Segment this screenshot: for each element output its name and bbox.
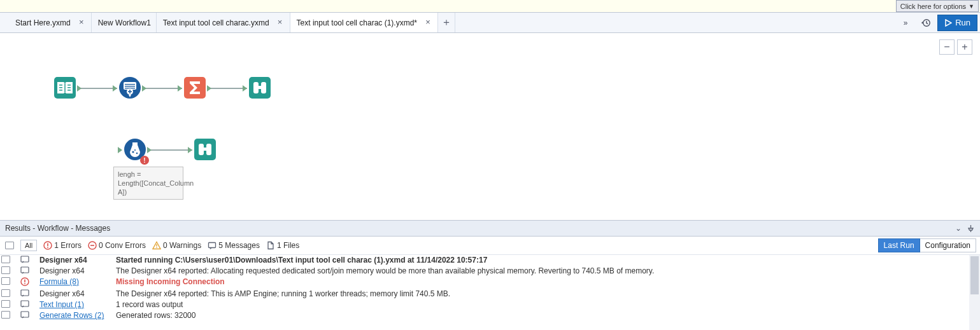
message-source[interactable]: Generate Rows (2): [36, 310, 112, 321]
close-icon[interactable]: ×: [276, 18, 285, 27]
last-run-button[interactable]: Last Run: [878, 238, 920, 252]
filter-label: 0 Conv Errors: [99, 241, 146, 250]
message-source: Designer x64: [36, 289, 112, 299]
browse-tool[interactable]: [248, 76, 271, 99]
message-row[interactable]: Designer x64The Designer x64 reported: T…: [0, 289, 980, 299]
svg-rect-34: [21, 256, 29, 262]
svg-rect-18: [258, 86, 262, 89]
filter-warnings[interactable]: 0 Warnings: [152, 241, 201, 250]
error-icon: [43, 241, 52, 250]
filter-label: 1 Errors: [54, 241, 82, 250]
message-row[interactable]: Text Input (1)1 record was output: [0, 299, 980, 310]
add-tab-button[interactable]: ＋: [438, 13, 455, 32]
svg-rect-2: [59, 85, 62, 86]
run-button[interactable]: Run: [937, 15, 977, 31]
error-badge-icon: !: [140, 156, 149, 165]
close-icon[interactable]: ×: [77, 18, 86, 27]
browse-tool-2[interactable]: [194, 138, 217, 161]
filter-files[interactable]: 1 Files: [266, 241, 299, 250]
filter-label: 0 Warnings: [163, 241, 201, 250]
error-icon: [19, 277, 36, 289]
tab-3[interactable]: Text input tool cell charac (1).yxmd* ×: [290, 13, 438, 32]
svg-rect-39: [21, 290, 29, 296]
filter-label: 1 Files: [277, 241, 299, 250]
row-checkbox[interactable]: [1, 266, 10, 274]
svg-rect-24: [199, 144, 204, 155]
svg-rect-6: [67, 87, 71, 88]
filter-errors[interactable]: 1 Errors: [43, 241, 82, 250]
chevrons-right-icon: »: [904, 18, 908, 27]
svg-rect-29: [47, 247, 48, 248]
chevron-down-icon[interactable]: ⌄: [955, 224, 962, 233]
filter-all-button[interactable]: All: [20, 240, 37, 251]
tab-1[interactable]: New Workflow1: [92, 13, 157, 32]
message-text: 1 record was output: [112, 299, 980, 310]
history-button[interactable]: [917, 15, 935, 31]
warning-icon: [152, 241, 161, 250]
configuration-button[interactable]: Configuration: [920, 238, 976, 252]
message-source: Designer x64: [36, 266, 112, 277]
svg-rect-4: [59, 90, 62, 91]
row-checkbox[interactable]: [1, 311, 10, 319]
zoom-in-button[interactable]: +: [957, 39, 972, 55]
message-row[interactable]: Formula (8)Missing Incoming Connection: [0, 277, 980, 289]
text-input-tool[interactable]: [53, 76, 76, 99]
svg-rect-32: [156, 247, 157, 248]
svg-point-22: [134, 149, 136, 151]
formula-tool[interactable]: !: [124, 138, 146, 161]
row-checkbox[interactable]: [1, 300, 10, 308]
pin-icon[interactable]: [967, 224, 975, 233]
file-icon: [266, 241, 275, 250]
history-icon: [921, 18, 931, 28]
svg-point-21: [136, 153, 138, 155]
message-icon: [19, 310, 36, 321]
svg-rect-7: [67, 90, 71, 91]
workflow-canvas[interactable]: − +: [0, 33, 980, 221]
play-icon: [944, 19, 952, 27]
svg-rect-5: [67, 85, 71, 86]
message-source[interactable]: Text Input (1): [36, 299, 112, 310]
overflow-button[interactable]: »: [897, 15, 914, 31]
select-all-checkbox[interactable]: [5, 242, 14, 249]
tab-label: Text input tool cell charac.yxmd: [163, 18, 269, 27]
message-text: The Designer x64 reported: Allocating re…: [112, 266, 980, 277]
options-dropdown-button[interactable]: Click here for options ▼: [896, 0, 979, 12]
svg-rect-31: [156, 244, 157, 247]
svg-rect-11: [125, 86, 135, 86]
message-text: Missing Incoming Connection: [112, 277, 980, 289]
tab-label: Start Here.yxmd: [15, 18, 71, 27]
filter-conv-errors[interactable]: 0 Conv Errors: [88, 241, 146, 250]
results-filter-bar: All 1 Errors 0 Conv Errors 0 Warnings 5 …: [0, 237, 980, 255]
row-checkbox[interactable]: [1, 256, 10, 263]
message-source: Designer x64: [36, 255, 112, 266]
close-icon[interactable]: ×: [423, 18, 432, 27]
svg-rect-3: [59, 87, 62, 88]
tab-2[interactable]: Text input tool cell charac.yxmd ×: [157, 13, 290, 32]
connection-wire: [208, 88, 247, 89]
svg-rect-10: [125, 84, 135, 85]
svg-rect-25: [206, 144, 211, 155]
row-checkbox[interactable]: [1, 289, 10, 297]
options-label: Click here for options: [900, 3, 966, 10]
summarize-tool[interactable]: [183, 76, 206, 99]
message-icon: [19, 266, 36, 277]
row-checkbox[interactable]: [1, 277, 10, 285]
tab-0[interactable]: Start Here.yxmd ×: [9, 13, 92, 32]
zoom-out-button[interactable]: −: [939, 39, 955, 55]
filter-messages[interactable]: 5 Messages: [208, 241, 260, 250]
message-row[interactable]: Designer x64The Designer x64 reported: A…: [0, 266, 980, 277]
messages-scrollbar[interactable]: [969, 255, 980, 330]
message-source[interactable]: Formula (8): [36, 277, 112, 289]
svg-rect-41: [21, 312, 29, 317]
chevron-down-icon: ▼: [969, 3, 974, 10]
messages-panel: Designer x64Started running C:\Users\use…: [0, 255, 980, 330]
message-row[interactable]: Designer x64Started running C:\Users\use…: [0, 255, 980, 266]
tab-strip: Start Here.yxmd × New Workflow1 Text inp…: [0, 13, 980, 33]
tab-label: New Workflow1: [98, 18, 151, 27]
results-panel-header: Results - Workflow - Messages ⌄: [0, 221, 980, 237]
browse-icon: [248, 76, 271, 99]
message-row[interactable]: Generate Rows (2)Generated rows: 32000: [0, 310, 980, 321]
generate-rows-tool[interactable]: [118, 76, 141, 99]
message-icon: [19, 289, 36, 299]
browse-icon: [194, 138, 217, 161]
